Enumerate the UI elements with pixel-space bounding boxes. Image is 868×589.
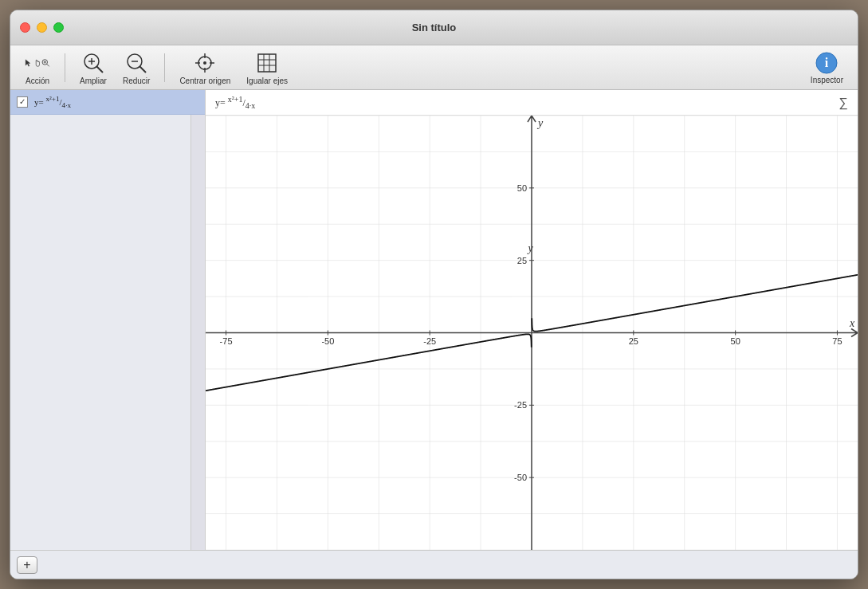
maximize-button[interactable] [53,22,64,33]
magnifier-plus-icon [82,52,104,74]
svg-point-13 [203,61,206,65]
equation-text: y= x²+1/4·x [34,95,71,109]
svg-rect-18 [258,54,276,72]
graph-header: y= x²+1/4·x ∑ [206,90,858,116]
side-rule-area [10,115,205,550]
inspector-icon: i [814,50,839,76]
equal-axes-icon [254,50,280,76]
zoom-out-button[interactable]: Reducir [116,47,156,88]
graph-container: y= x²+1/4·x ∑ [206,90,858,550]
title-bar: Sin título [10,10,858,45]
crosshair-icon [194,52,216,74]
sidebar: y= x²+1/4·x [10,90,206,550]
magnifier-minus-icon [125,52,147,74]
equation-checkbox[interactable] [17,96,28,108]
y-rule [190,115,205,550]
loupe-icon [41,55,50,71]
traffic-lights [20,22,64,33]
main-window: Sin título [10,10,858,579]
svg-marker-0 [26,59,30,66]
inspector-label: Inspector [811,76,843,84]
equal-axes-label: Igualar ejes [246,77,288,85]
zoom-in-button[interactable]: Ampliar [73,47,113,88]
hand-icon [33,55,41,71]
svg-line-11 [139,66,146,73]
action-label: Acción [26,77,49,85]
equal-axes-button[interactable]: Igualar ejes [240,47,294,88]
svg-line-8 [96,66,103,73]
add-equation-button[interactable]: + [17,556,37,574]
graph-canvas [206,116,858,550]
svg-line-4 [47,64,49,66]
plot-canvas [206,116,858,550]
action-button[interactable]: Acción [18,47,57,88]
window-title: Sin título [412,22,457,33]
grid-icon [256,52,278,74]
action-icon-group [25,50,50,76]
svg-text:i: i [825,56,829,69]
minimize-button[interactable] [37,22,47,33]
inspector-button[interactable]: i Inspector [804,47,850,88]
center-origin-label: Centrar origen [179,77,230,85]
center-origin-icon [192,50,218,76]
zoom-out-label: Reducir [123,77,150,85]
arrow-cursor-icon [25,55,32,71]
toolbar-action-group: Acción [18,47,57,88]
sigma-icon[interactable]: ∑ [839,96,848,110]
center-origin-button[interactable]: Centrar origen [173,47,237,88]
zoom-in-icon [81,50,106,76]
bottom-bar: + [10,550,858,579]
info-circle-icon: i [815,51,839,75]
equation-item[interactable]: y= x²+1/4·x [10,90,205,115]
toolbar-sep-1 [65,53,65,82]
zoom-in-label: Ampliar [80,77,107,85]
toolbar: Acción Ampliar [10,45,858,90]
zoom-out-icon [124,50,149,76]
close-button[interactable] [20,22,30,33]
toolbar-sep-2 [164,53,165,82]
graph-equation-label: y= x²+1/4·x [215,95,255,110]
main-area: y= x²+1/4·x y= x²+1/4·x ∑ [10,90,858,550]
